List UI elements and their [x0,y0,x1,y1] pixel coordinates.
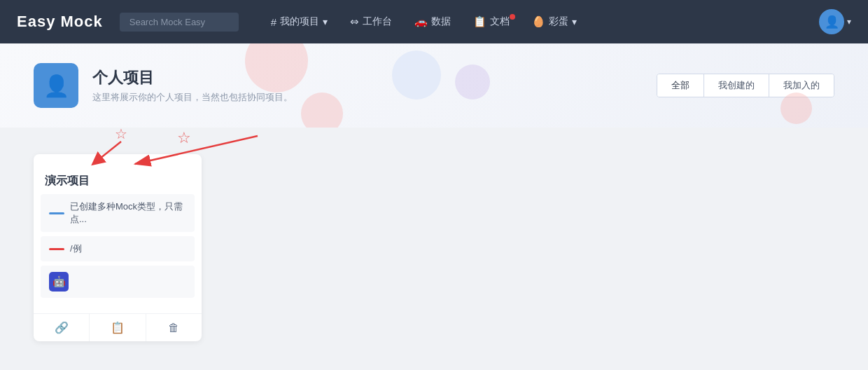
card-action-delete[interactable]: 🗑 [146,314,202,341]
easter-egg-icon: 🥚 [532,15,545,28]
hash-icon: # [271,16,276,28]
person-icon: 👤 [43,74,69,98]
deco-circle-4 [455,64,490,100]
nav-right: 👤 ▾ [819,9,851,34]
chevron-down-icon-2: ▾ [572,16,577,27]
robot-icon: 🤖 [52,275,66,288]
avatar-icon: 👤 [825,15,839,29]
project-card: 演示项目 已创建多种Mock类型，只需点... /例 🤖 [34,154,202,341]
deco-circle-2 [301,92,343,128]
nav-label-workbench: 工作台 [363,15,392,28]
nav-label-my-projects: 我的项目 [280,15,319,28]
nav-label-data: 数据 [431,15,451,28]
svg-text:☆: ☆ [115,126,127,142]
blue-bar-icon [49,212,64,214]
docs-icon: 📋 [473,15,486,28]
mock-item-2-text: /例 [70,242,82,255]
card-title-row: 演示项目 [34,154,202,194]
card-title: 演示项目 [45,174,90,189]
main-content: ☆ ☆ [0,128,868,355]
avatar[interactable]: 👤 [819,9,844,34]
mock-item-2[interactable]: /例 [41,236,195,261]
nav-item-workbench[interactable]: ⇔ 工作台 [340,11,402,32]
search-input[interactable] [120,13,239,32]
docs-badge [510,14,515,20]
link-icon: 🔗 [55,321,69,334]
nav-item-my-projects[interactable]: # 我的项目 ▾ [261,11,337,32]
mock-item-1-text: 已创建多种Mock类型，只需点... [70,200,186,226]
card-action-copy[interactable]: 📋 [90,314,146,341]
filter-buttons: 全部 我创建的 我加入的 [657,74,834,97]
nav-item-docs[interactable]: 📋 文档 [463,11,519,32]
data-icon: 🚗 [414,15,428,28]
deco-circle-3 [392,50,441,100]
avatar-dropdown-arrow[interactable]: ▾ [847,17,851,27]
filter-created[interactable]: 我创建的 [704,74,769,97]
deco-circle-5 [780,92,812,124]
hero-avatar-icon: 👤 [34,63,78,108]
nav-item-data[interactable]: 🚗 数据 [405,11,461,32]
copy-icon: 📋 [111,321,125,334]
card-action-link[interactable]: 🔗 [34,314,90,341]
red-bar-icon [49,248,64,250]
navbar: Easy Mock # 我的项目 ▾ ⇔ 工作台 🚗 数据 📋 文档 🥚 彩蛋 … [0,0,868,43]
delete-icon: 🗑 [168,322,179,334]
brand-logo: Easy Mock [17,13,103,31]
svg-text:☆: ☆ [177,129,191,146]
hero-subtitle: 这里将展示你的个人项目，当然也包括协同项目。 [92,91,293,104]
nav-label-docs: 文档 [490,15,510,28]
workbench-icon: ⇔ [350,15,359,28]
hero-banner: 👤 个人项目 这里将展示你的个人项目，当然也包括协同项目。 全部 我创建的 我加… [0,43,868,128]
mock-icon-box: 🤖 [49,272,69,292]
nav-label-easter-egg: 彩蛋 [549,15,568,28]
mock-item-3[interactable]: 🤖 [41,266,195,298]
nav-item-easter-egg[interactable]: 🥚 彩蛋 ▾ [522,11,587,32]
mock-item-1[interactable]: 已创建多种Mock类型，只需点... [41,194,195,232]
card-body: 已创建多种Mock类型，只需点... /例 🤖 [34,194,202,309]
card-actions: 🔗 📋 🗑 [34,313,202,341]
filter-all[interactable]: 全部 [657,74,704,97]
nav-menu: # 我的项目 ▾ ⇔ 工作台 🚗 数据 📋 文档 🥚 彩蛋 ▾ [261,11,813,32]
chevron-down-icon: ▾ [323,16,328,27]
